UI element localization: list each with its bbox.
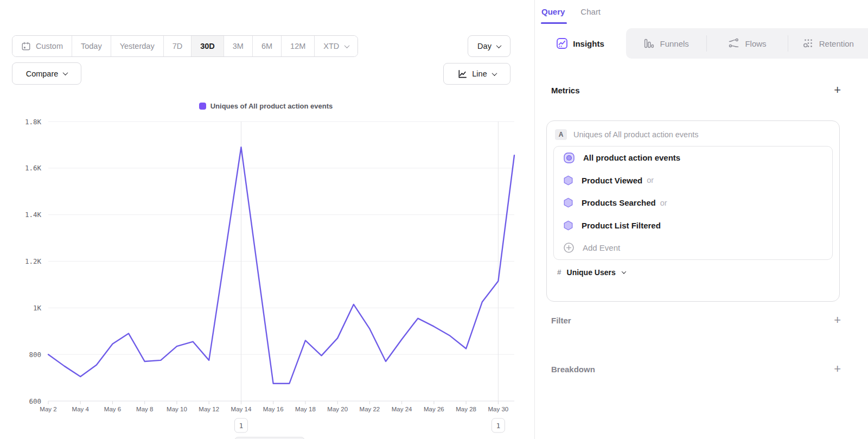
custom-event-icon	[563, 152, 575, 164]
svg-text:May 4: May 4	[72, 406, 90, 412]
query-chart-tabs: Query Chart	[541, 7, 601, 24]
metric-title: Uniques of All product action events	[573, 130, 699, 139]
add-filter-button[interactable]: +	[834, 315, 841, 326]
funnels-icon	[643, 38, 654, 49]
event-operator: or	[660, 199, 667, 207]
event-hexagon-icon	[563, 175, 573, 186]
svg-text:800: 800	[29, 351, 41, 359]
event-hexagon-icon	[563, 198, 573, 208]
svg-text:May 24: May 24	[392, 406, 412, 412]
svg-text:1: 1	[496, 422, 500, 430]
insights-icon	[557, 38, 567, 49]
tab-retention[interactable]: Retention	[788, 28, 868, 59]
metrics-title: Metrics	[551, 86, 580, 95]
svg-text:May 10: May 10	[167, 406, 187, 412]
tab-query[interactable]: Query	[541, 7, 565, 24]
line-chart[interactable]: 6008001K1.2K1.4K1.6K1.8KMay 2May 4May 6M…	[0, 0, 534, 439]
svg-text:May 14: May 14	[231, 406, 252, 412]
svg-text:1.6K: 1.6K	[25, 164, 42, 172]
metric-header[interactable]: A Uniques of All product action events	[547, 121, 839, 146]
tab-label: Funnels	[660, 39, 688, 48]
plus-circle-icon	[563, 242, 575, 253]
chevron-down-icon	[622, 269, 626, 273]
event-hexagon-icon	[563, 220, 573, 231]
svg-text:May 30: May 30	[488, 406, 509, 412]
breakdown-section-header: Breakdown +	[551, 360, 841, 378]
tab-funnels[interactable]: Funnels	[626, 28, 706, 59]
inactive-tabs-group: Funnels Flows	[626, 28, 868, 59]
add-breakdown-button[interactable]: +	[834, 364, 841, 374]
flows-icon	[728, 38, 739, 49]
svg-text:May 2: May 2	[40, 406, 56, 412]
chart-pane: Custom Today Yesterday 7D 30D 3M 6M 12M …	[0, 0, 534, 439]
add-event-button[interactable]: Add Event	[554, 237, 832, 259]
tab-label: Retention	[819, 39, 854, 48]
svg-text:600: 600	[29, 397, 41, 405]
event-row-product-viewed[interactable]: Product Viewed or	[554, 169, 832, 192]
add-event-label: Add Event	[583, 243, 620, 252]
metric-card: A Uniques of All product action events A…	[546, 120, 840, 302]
svg-text:1.8K: 1.8K	[25, 118, 42, 126]
event-row-product-list-filtered[interactable]: Product List Filtered	[554, 214, 832, 237]
svg-text:May 20: May 20	[327, 406, 348, 412]
tab-label: Flows	[745, 39, 766, 48]
event-operator: or	[647, 176, 654, 184]
mixpanel-insights-app: Custom Today Yesterday 7D 30D 3M 6M 12M …	[0, 0, 868, 439]
event-name: All product action events	[583, 153, 680, 162]
event-list: All product action events Product Viewed…	[553, 146, 833, 260]
filter-title: Filter	[551, 316, 571, 325]
metrics-section-header: Metrics +	[551, 81, 841, 99]
event-row-products-searched[interactable]: Products Searched or	[554, 192, 832, 214]
event-name: Product List Filtered	[582, 221, 661, 230]
event-row-all-product-action-events[interactable]: All product action events	[554, 147, 832, 169]
svg-text:1.2K: 1.2K	[25, 257, 42, 265]
number-symbol: #	[557, 268, 561, 276]
svg-text:May 16: May 16	[263, 406, 284, 412]
breakdown-title: Breakdown	[551, 365, 595, 374]
svg-text:May 8: May 8	[136, 406, 153, 412]
report-type-tabs: Insights Funnels	[535, 28, 868, 59]
svg-text:1K: 1K	[33, 304, 42, 312]
event-name: Products Searched	[582, 198, 656, 207]
svg-text:May 26: May 26	[424, 406, 444, 412]
filter-section-header: Filter +	[551, 311, 841, 329]
svg-text:May 6: May 6	[104, 406, 121, 412]
measurement-label: Unique Users	[567, 268, 616, 277]
svg-text:May 18: May 18	[295, 406, 316, 412]
svg-text:May 22: May 22	[360, 406, 380, 412]
svg-text:1.4K: 1.4K	[25, 211, 42, 219]
tab-flows[interactable]: Flows	[707, 28, 787, 59]
add-metric-button[interactable]: +	[834, 85, 841, 96]
svg-text:May 12: May 12	[199, 406, 219, 412]
svg-text:May 28: May 28	[456, 406, 476, 412]
tab-label: Insights	[573, 39, 604, 48]
event-name: Product Viewed	[582, 176, 642, 185]
query-panel: Query Chart Insights	[534, 0, 868, 439]
metric-letter-badge: A	[555, 129, 567, 140]
tab-chart[interactable]: Chart	[580, 7, 601, 24]
tab-insights[interactable]: Insights	[535, 28, 626, 59]
retention-icon	[803, 38, 814, 49]
measurement-selector[interactable]: # Unique Users	[557, 268, 839, 277]
svg-text:1: 1	[239, 422, 244, 430]
cutoff-tooltip	[234, 437, 305, 439]
